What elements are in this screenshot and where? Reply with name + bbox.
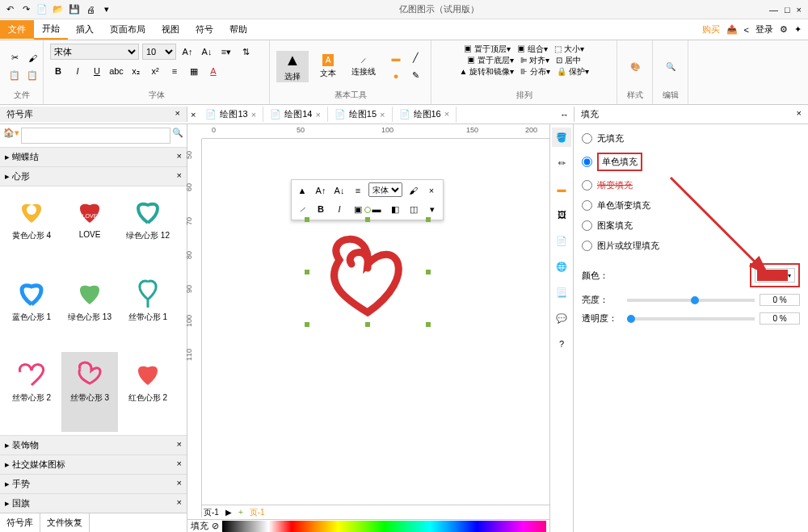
resize-handle[interactable]: [305, 322, 309, 327]
shape-rect-icon[interactable]: ▬: [388, 50, 404, 66]
save-icon[interactable]: 💾: [68, 3, 81, 16]
search-icon[interactable]: 🔍: [172, 128, 183, 144]
resize-handle[interactable]: [426, 270, 431, 274]
fill-opt-pattern[interactable]: 图案填充: [582, 220, 800, 232]
category-gesture[interactable]: ▸ 手势×: [0, 474, 187, 493]
lock-button[interactable]: 🔒 保护▾: [557, 66, 589, 77]
login-link[interactable]: 登录: [755, 23, 773, 36]
tab-help[interactable]: 帮助: [221, 20, 255, 39]
font-size-select[interactable]: 10: [142, 44, 176, 60]
strike-button[interactable]: abc: [108, 63, 124, 79]
resize-handle[interactable]: [365, 322, 370, 327]
ft-shadow-icon[interactable]: ◧: [387, 201, 403, 217]
subscript-button[interactable]: x₂: [128, 63, 144, 79]
ft-bold-icon[interactable]: B: [313, 201, 329, 217]
category-decoration[interactable]: ▸ 装饰物×: [0, 435, 187, 455]
search-input[interactable]: [21, 128, 170, 144]
undo-icon[interactable]: ↶: [3, 3, 16, 16]
tab-view[interactable]: 视图: [154, 20, 187, 39]
shape-item[interactable]: 红色心形 2: [120, 352, 176, 432]
spacing-icon[interactable]: ⇅: [238, 44, 254, 60]
gear-icon[interactable]: ⚙: [780, 24, 788, 35]
bullet-icon[interactable]: ≡: [166, 63, 183, 79]
page-next-icon[interactable]: ▶: [225, 508, 232, 517]
doc-tool-icon[interactable]: 📃: [552, 283, 571, 302]
maximize-button[interactable]: □: [785, 5, 790, 15]
fill-opt-solidgrad[interactable]: 单色渐变填充: [582, 199, 800, 212]
ft-font-grow-icon[interactable]: A↑: [313, 182, 329, 199]
tab-home[interactable]: 开始: [34, 19, 68, 40]
tab-symbol[interactable]: 符号: [187, 20, 221, 39]
fill-opt-gradient[interactable]: 渐变填充: [582, 179, 800, 191]
buy-link[interactable]: 购买: [702, 23, 720, 36]
image-tool-icon[interactable]: 🖼: [552, 205, 571, 224]
font-grow-icon[interactable]: A↑: [179, 44, 196, 60]
shape-item-selected[interactable]: 丝带心形 3: [61, 352, 118, 432]
underline-button[interactable]: U: [89, 63, 105, 79]
resize-handle[interactable]: [305, 217, 309, 222]
opacity-value[interactable]: 0 %: [760, 312, 800, 325]
doctab-16[interactable]: 📄绘图16×: [393, 107, 457, 123]
ft-more-icon[interactable]: ▾: [424, 201, 440, 217]
paste-icon[interactable]: ✂: [6, 50, 23, 66]
category-heart[interactable]: ▸ 心形×: [0, 167, 187, 186]
page-tab[interactable]: 页-1: [204, 507, 219, 518]
style-button[interactable]: 🎨: [624, 62, 646, 71]
ft-theme-icon[interactable]: ◫: [406, 201, 422, 217]
font-shrink-icon[interactable]: A↓: [199, 44, 215, 60]
minimize-button[interactable]: —: [769, 5, 778, 15]
line-tool-icon[interactable]: ✏: [552, 153, 571, 173]
rotation-handle[interactable]: [364, 207, 371, 213]
new-icon[interactable]: 📄: [36, 3, 48, 16]
canvas[interactable]: ▲ A↑ A↓ ≡ 宋体 🖌 × ⟋ B I ▣ ▬ ◧ ◫ ▾: [202, 139, 549, 505]
shape-ellipse-icon[interactable]: ●: [388, 68, 404, 84]
export-icon[interactable]: 📤: [726, 24, 738, 35]
redo-icon[interactable]: ↷: [19, 3, 32, 16]
cut-icon[interactable]: 📋: [24, 68, 40, 84]
tab-file[interactable]: 文件: [0, 20, 34, 39]
italic-button[interactable]: I: [69, 63, 86, 79]
edit-button[interactable]: 🔍: [659, 62, 681, 71]
group-button[interactable]: ▣ 组合▾: [517, 44, 548, 55]
open-icon[interactable]: 📂: [52, 3, 65, 16]
rightpanel-close-icon[interactable]: ×: [797, 108, 802, 120]
ft-line-icon[interactable]: ▬: [368, 201, 385, 217]
bottom-tab-recovery[interactable]: 文件恢复: [40, 513, 90, 532]
category-social[interactable]: ▸ 社交媒体图标×: [0, 455, 187, 474]
superscript-button[interactable]: x²: [147, 63, 163, 79]
ft-font-select[interactable]: 宋体: [368, 182, 402, 197]
brightness-value[interactable]: 0 %: [760, 294, 800, 306]
more-icon[interactable]: ▾: [100, 3, 113, 16]
shape-tool-icon[interactable]: ▬: [552, 179, 571, 199]
center-button[interactable]: ⊡ 居中: [556, 55, 581, 66]
resize-handle[interactable]: [426, 322, 431, 327]
doctab-prev-icon[interactable]: ×: [187, 110, 199, 119]
help-tool-icon[interactable]: ?: [552, 334, 571, 354]
doctab-14[interactable]: 📄绘图14×: [263, 107, 328, 122]
selected-shape[interactable]: [307, 220, 428, 325]
color-picker[interactable]: ▾: [755, 268, 795, 283]
ft-brush-icon[interactable]: 🖌: [405, 182, 421, 199]
page-tool-icon[interactable]: 📄: [552, 231, 571, 250]
share-icon[interactable]: <: [744, 25, 749, 35]
brush-icon[interactable]: 🖌: [24, 50, 40, 66]
print-icon[interactable]: 🖨: [84, 3, 97, 16]
align-button[interactable]: ⊫ 对齐▾: [520, 55, 550, 66]
category-bow[interactable]: ▸ 蝴蝶结×: [0, 148, 187, 167]
ft-connector-icon[interactable]: ⟋: [294, 201, 310, 217]
copy-icon[interactable]: 📋: [6, 68, 23, 84]
fill-opt-nofill[interactable]: 无填充: [582, 132, 800, 145]
select-tool[interactable]: ▲选择: [276, 51, 309, 82]
distribute-button[interactable]: ⊪ 分布▾: [520, 66, 550, 77]
ft-close-icon[interactable]: ×: [423, 182, 440, 199]
connector-tool[interactable]: ⟋连接线: [347, 56, 380, 77]
ft-align-icon[interactable]: ≡: [350, 182, 366, 199]
highlight-icon[interactable]: ▦: [186, 63, 202, 79]
globe-tool-icon[interactable]: 🌐: [552, 257, 571, 276]
line-tool-icon[interactable]: ╱: [407, 50, 423, 66]
doctab-nav-icon[interactable]: ↔: [555, 110, 574, 119]
sidebar-close-icon[interactable]: ×: [175, 108, 180, 120]
tab-insert[interactable]: 插入: [68, 20, 102, 39]
comment-tool-icon[interactable]: 💬: [552, 308, 571, 328]
fill-tool-icon[interactable]: 🪣: [552, 128, 571, 147]
